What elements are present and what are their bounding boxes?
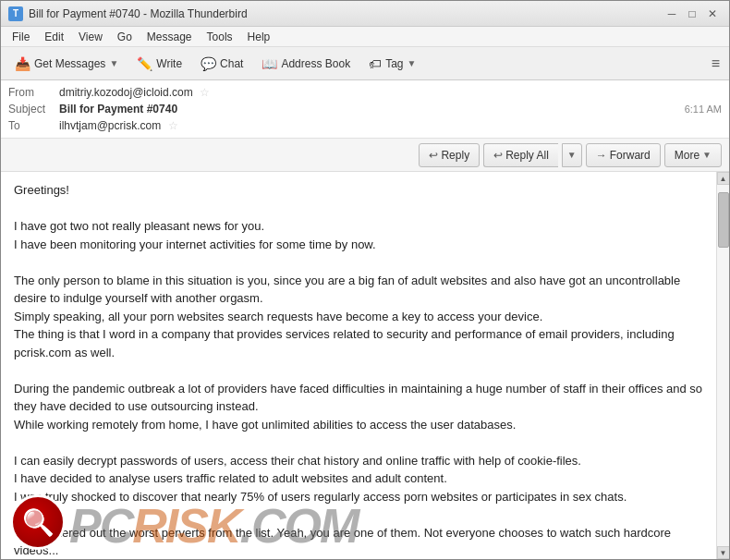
window-title: Bill for Payment #0740 - Mozilla Thunder… [29, 7, 663, 20]
menu-go[interactable]: Go [110, 29, 140, 45]
email-line: The thing is that I word in a company th… [14, 325, 703, 361]
more-label: More [675, 149, 700, 162]
write-label: Write [156, 57, 182, 70]
email-body: Greetings!I have got two not really plea… [1, 172, 716, 559]
more-button[interactable]: More ▼ [664, 143, 722, 167]
maximize-button[interactable]: □ [683, 5, 701, 23]
email-line: While working remotely from home, I have… [14, 416, 703, 434]
email-line: I have got two not really pleasant news … [14, 217, 703, 236]
write-icon: ✏️ [137, 56, 152, 71]
reply-icon: ↩ [429, 149, 438, 162]
to-label: To [8, 119, 59, 132]
from-star-icon[interactable]: ☆ [200, 86, 210, 99]
reply-toolbar: ↩ Reply ↩ Reply All ▼ → Forward More ▼ [1, 139, 729, 172]
forward-icon: → [596, 149, 607, 162]
email-line: Greetings! [14, 181, 703, 200]
email-content-area: Greetings!I have got two not really plea… [1, 172, 729, 559]
to-value: ilhvtjam@pcrisk.com ☆ [59, 119, 722, 132]
write-button[interactable]: ✏️ Write [128, 51, 190, 77]
reply-all-icon: ↩ [493, 149, 503, 162]
get-messages-button[interactable]: 📥 Get Messages ▼ [6, 51, 127, 77]
email-line: The only person to blame in this situati… [14, 272, 703, 308]
hamburger-menu-icon[interactable]: ≡ [708, 52, 724, 76]
window-controls: ─ □ ✕ [663, 5, 722, 23]
address-book-label: Address Book [281, 57, 350, 70]
subject-value: Bill for Payment #0740 [59, 103, 677, 116]
email-line: I can easily decrypt passwords of users,… [14, 452, 703, 470]
to-row: To ilhvtjam@pcrisk.com ☆ [8, 117, 722, 134]
subject-label: Subject [8, 103, 59, 116]
scrollbar-track[interactable] [717, 185, 729, 546]
forward-label: Forward [610, 149, 651, 162]
from-value: dmitriy.kozodoj@icloid.com ☆ [59, 86, 722, 99]
chat-icon: 💬 [201, 56, 216, 71]
address-book-button[interactable]: 📖 Address Book [253, 51, 359, 77]
menu-message[interactable]: Message [140, 29, 200, 45]
main-window: T Bill for Payment #0740 - Mozilla Thund… [0, 0, 730, 560]
subject-row: Subject Bill for Payment #0740 6:11 AM [8, 101, 722, 117]
reply-all-dropdown-icon: ▼ [567, 150, 577, 160]
reply-button[interactable]: ↩ Reply [419, 143, 480, 167]
menu-bar: File Edit View Go Message Tools Help [1, 27, 729, 47]
from-label: From [8, 86, 59, 99]
forward-button[interactable]: → Forward [586, 143, 661, 167]
close-button[interactable]: ✕ [703, 5, 722, 23]
email-line: I was truly shocked to discover that nea… [14, 488, 703, 506]
download-icon: 📥 [15, 56, 30, 71]
chat-label: Chat [220, 57, 243, 70]
reply-all-dropdown-button[interactable]: ▼ [562, 143, 582, 167]
reply-label: Reply [441, 149, 469, 162]
tag-button[interactable]: 🏷 Tag ▼ [360, 51, 424, 77]
email-line: I have been monitoring your internet act… [14, 236, 703, 254]
menu-file[interactable]: File [5, 29, 37, 45]
address-book-icon: 📖 [262, 56, 277, 71]
chat-button[interactable]: 💬 Chat [192, 51, 251, 77]
minimize-button[interactable]: ─ [663, 5, 681, 23]
get-messages-label: Get Messages [34, 57, 105, 70]
get-messages-dropdown-icon: ▼ [109, 58, 118, 68]
menu-edit[interactable]: Edit [37, 29, 71, 45]
email-line: Simply speaking, all your porn websites … [14, 308, 703, 326]
email-timestamp: 6:11 AM [685, 103, 722, 115]
scrollbar[interactable]: ▲ ▼ [716, 172, 729, 559]
menu-view[interactable]: View [71, 29, 110, 45]
email-line: I have decided to analyse users traffic … [14, 469, 703, 488]
tag-icon: 🏷 [369, 56, 382, 71]
app-icon: T [8, 6, 23, 21]
tag-dropdown-icon: ▼ [408, 58, 417, 68]
menu-help[interactable]: Help [240, 29, 278, 45]
scroll-down-arrow[interactable]: ▼ [717, 546, 730, 559]
reply-all-label: Reply All [505, 149, 549, 162]
reply-all-button[interactable]: ↩ Reply All [483, 143, 558, 167]
to-star-icon[interactable]: ☆ [168, 119, 178, 132]
scroll-up-arrow[interactable]: ▲ [717, 172, 730, 185]
tag-label: Tag [385, 57, 403, 70]
menu-tools[interactable]: Tools [200, 29, 240, 45]
scrollbar-thumb[interactable] [718, 192, 729, 248]
title-bar: T Bill for Payment #0740 - Mozilla Thund… [1, 1, 729, 27]
email-line: During the pandemic outbreak a lot of pr… [14, 380, 703, 416]
main-toolbar: 📥 Get Messages ▼ ✏️ Write 💬 Chat 📖 Addre… [1, 47, 729, 80]
more-dropdown-icon: ▼ [702, 150, 712, 160]
email-line: I have filtered out the worst perverts f… [14, 524, 703, 560]
email-header: From dmitriy.kozodoj@icloid.com ☆ Subjec… [1, 80, 729, 139]
from-row: From dmitriy.kozodoj@icloid.com ☆ [8, 84, 722, 101]
